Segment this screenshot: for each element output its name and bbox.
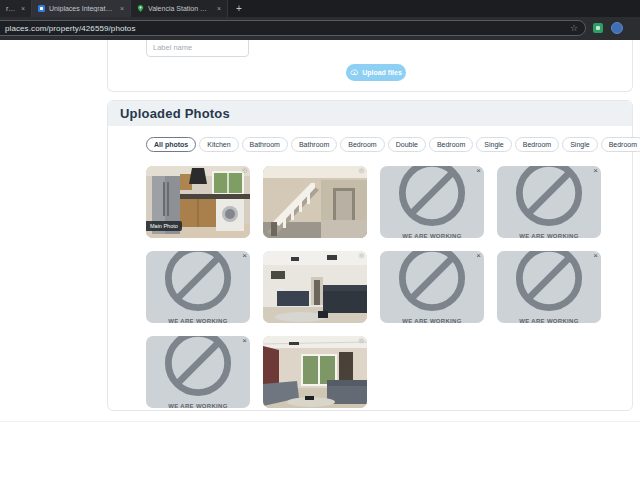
uniplaces-favicon-icon	[38, 5, 45, 12]
photo-card-kitchen[interactable]: Main Photo×	[146, 166, 250, 238]
remove-photo-button[interactable]: ×	[242, 251, 247, 261]
filter-chip-bedroom-4[interactable]: Bedroom	[340, 137, 384, 152]
placeholder-line1: WE ARE WORKING	[168, 318, 227, 323]
browser-chrome: rty: × Uniplaces Integrations × Valencia…	[0, 0, 640, 40]
remove-photo-button[interactable]: ×	[476, 251, 481, 261]
remove-photo-button[interactable]: ×	[242, 336, 247, 346]
url-text[interactable]: places.com/property/426559/photos	[0, 24, 570, 33]
living-room-photo-image	[263, 336, 367, 408]
photo-card-living-room[interactable]: ×	[263, 336, 367, 408]
filter-chip-bathroom-2[interactable]: Bathroom	[242, 137, 288, 152]
placeholder-card[interactable]: WE ARE WORKINGTO GET THIS IMAGE UPLOADED…	[380, 251, 484, 323]
placeholder-line1: WE ARE WORKING	[402, 233, 461, 238]
filter-chip-all-photos-0[interactable]: All photos	[146, 137, 196, 152]
placeholder-card[interactable]: WE ARE WORKINGTO GET THIS IMAGE UPLOADED…	[497, 166, 601, 238]
placeholder-card[interactable]: WE ARE WORKINGTO GET THIS IMAGE UPLOADED…	[497, 251, 601, 323]
placeholder-line1: WE ARE WORKING	[519, 318, 578, 323]
tab-label: Valencia Station North - Goo	[148, 5, 211, 12]
main-photo-badge: Main Photo	[146, 221, 182, 231]
tab-label: Uniplaces Integrations	[49, 5, 114, 12]
remove-photo-button[interactable]: ×	[476, 166, 481, 176]
tab-close-icon[interactable]: ×	[217, 5, 221, 12]
remove-photo-button[interactable]: ×	[242, 166, 247, 176]
filter-chip-double-5[interactable]: Double	[388, 137, 426, 152]
blocked-icon	[380, 166, 484, 229]
page-bottom-divider	[0, 421, 640, 422]
placeholder-card[interactable]: WE ARE WORKINGTO GET THIS IMAGE UPLOADED…	[146, 251, 250, 323]
section-title: Uploaded Photos	[120, 106, 230, 121]
tab-uniplaces-integrations[interactable]: Uniplaces Integrations ×	[32, 0, 131, 17]
filter-chip-single-7[interactable]: Single	[476, 137, 511, 152]
tab-label: rty:	[6, 5, 15, 12]
bookmark-star-icon[interactable]: ☆	[570, 23, 585, 33]
url-bar[interactable]: places.com/property/426559/photos ☆	[0, 20, 586, 36]
cloud-upload-icon	[350, 69, 359, 76]
tab-valencia-station[interactable]: Valencia Station North - Goo ×	[131, 0, 228, 17]
blocked-icon	[497, 166, 601, 229]
blocked-icon	[497, 251, 601, 314]
placeholder-card[interactable]: WE ARE WORKINGTO GET THIS IMAGE UPLOADED…	[380, 166, 484, 238]
placeholder-line1: WE ARE WORKING	[402, 318, 461, 323]
blocked-icon	[380, 251, 484, 314]
hallway-photo-image	[263, 166, 367, 238]
extension-icon[interactable]	[593, 23, 603, 33]
maps-pin-icon	[137, 5, 144, 12]
remove-photo-button[interactable]: ×	[593, 251, 598, 261]
filter-chip-kitchen-1[interactable]: Kitchen	[199, 137, 238, 152]
label-name-input[interactable]	[146, 37, 249, 57]
page-content: Upload files Uploaded Photos All photosK…	[0, 40, 640, 480]
photo-card-hallway-stairs[interactable]: ×	[263, 166, 367, 238]
remove-photo-button[interactable]: ×	[359, 251, 364, 261]
filter-chip-bedroom-6[interactable]: Bedroom	[429, 137, 473, 152]
placeholder-line1: WE ARE WORKING	[168, 403, 227, 408]
remove-photo-button[interactable]: ×	[593, 166, 598, 176]
filter-chip-bathroom-3[interactable]: Bathroom	[291, 137, 337, 152]
upload-files-button[interactable]: Upload files	[346, 64, 406, 81]
filter-chip-bedroom-10[interactable]: Bedroom	[601, 137, 640, 152]
tab-close-icon[interactable]: ×	[21, 5, 25, 12]
uploaded-photos-card: Uploaded Photos All photosKitchenBathroo…	[107, 100, 633, 411]
upload-files-label: Upload files	[362, 69, 402, 76]
bedroom-photo-image	[263, 251, 367, 323]
filter-chip-single-9[interactable]: Single	[562, 137, 597, 152]
filter-chip-bedroom-8[interactable]: Bedroom	[515, 137, 559, 152]
uploaded-photos-header: Uploaded Photos	[108, 101, 632, 126]
blocked-icon	[146, 336, 250, 399]
tab-strip: rty: × Uniplaces Integrations × Valencia…	[0, 0, 640, 17]
blocked-icon	[146, 251, 250, 314]
filter-chip-row: All photosKitchenBathroomBathroomBedroom…	[146, 137, 622, 152]
remove-photo-button[interactable]: ×	[359, 166, 364, 176]
uploaded-photos-body: All photosKitchenBathroomBathroomBedroom…	[108, 126, 632, 408]
new-tab-button[interactable]: +	[228, 0, 250, 17]
placeholder-card[interactable]: WE ARE WORKINGTO GET THIS IMAGE UPLOADED…	[146, 336, 250, 408]
tab-partial[interactable]: rty: ×	[0, 0, 32, 17]
remove-photo-button[interactable]: ×	[359, 336, 364, 346]
placeholder-line1: WE ARE WORKING	[519, 233, 578, 238]
browser-toolbar: places.com/property/426559/photos ☆	[0, 17, 640, 40]
upload-form-card: Upload files	[107, 40, 633, 92]
photo-card-bedroom-lounge[interactable]: ×	[263, 251, 367, 323]
profile-avatar[interactable]	[611, 22, 623, 34]
tab-close-icon[interactable]: ×	[120, 5, 124, 12]
photo-grid: Main Photo× ×WE ARE WORKINGTO GET THIS I…	[146, 166, 622, 408]
